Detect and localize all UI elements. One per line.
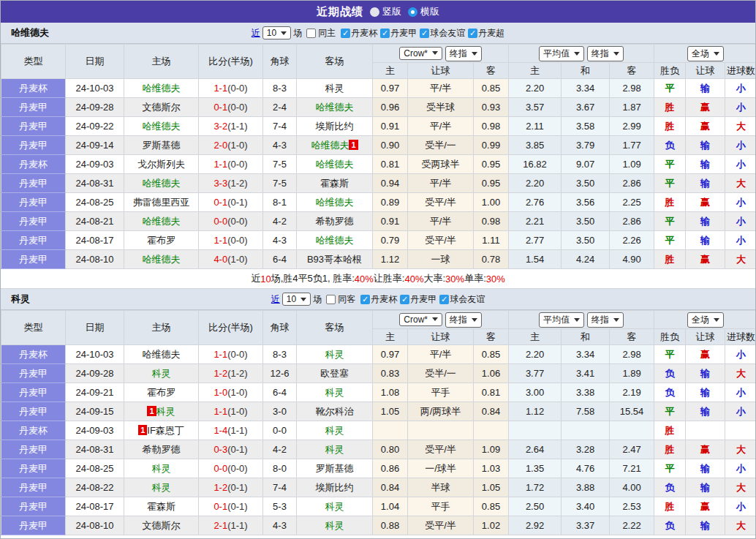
away-team-name[interactable]: 科灵 <box>325 349 344 360</box>
home-team-name[interactable]: 科灵 <box>152 463 171 474</box>
match-row: 丹麦杯24-10-03哈维德夫1-1(0-0)8-3科灵0.97平/半0.852… <box>1 79 756 98</box>
league-checkbox[interactable] <box>380 29 390 38</box>
home-team-name[interactable]: 哈维德夫 <box>143 83 181 94</box>
home-team-name[interactable]: 哈维德夫 <box>143 254 181 265</box>
home-team-name[interactable]: 哈维德夫 <box>143 178 181 189</box>
layout-option-horizontal[interactable]: 横版 <box>408 5 439 18</box>
home-team-name[interactable]: 文德斯尔 <box>143 102 181 113</box>
away-team-name[interactable]: 哈维德夫 <box>316 159 354 170</box>
odds-away-cell: 1.02 <box>474 516 509 535</box>
radio-selected-icon[interactable] <box>408 7 417 17</box>
col-avg-home: 主 <box>509 329 562 345</box>
odds-handicap-cell: 受平/半 <box>408 231 474 250</box>
odds-stage-select[interactable]: 终指 <box>445 46 482 61</box>
col-avg-draw: 和 <box>562 329 610 345</box>
summary-segment: 30% <box>445 274 464 284</box>
table-header: 类型 日期 主场 比分(半场) 角球 客场 Crow* 终指 平均值 终指 全场 <box>1 45 756 79</box>
home-team-name[interactable]: 弗雷德里西亚 <box>133 197 190 208</box>
result-goals-cell: 大 <box>725 478 756 497</box>
away-team-name[interactable]: 科灵 <box>325 444 344 455</box>
match-row: 丹麦甲24-08-31希勒罗德0-3(0-1)4-2科灵0.80受平/半1.09… <box>1 440 756 459</box>
same-venue-checkbox[interactable] <box>306 29 316 38</box>
home-team-name[interactable]: 哈维德夫 <box>143 216 181 227</box>
home-team-name[interactable]: 科灵 <box>152 482 171 493</box>
home-team-name[interactable]: 霍布罗 <box>147 387 175 398</box>
chevron-down-icon <box>714 318 719 322</box>
home-team-name[interactable]: 霍布罗 <box>147 235 175 246</box>
league-checkbox[interactable] <box>360 295 370 304</box>
away-team-name[interactable]: 科灵 <box>325 501 344 512</box>
home-team-name[interactable]: 哈维德夫 <box>143 349 181 360</box>
odds-home-cell: 0.80 <box>373 440 408 459</box>
radio-icon[interactable] <box>370 7 379 17</box>
away-team-name[interactable]: 科灵 <box>325 425 344 436</box>
home-team-cell: 霍布罗 <box>124 383 199 402</box>
col-odds-away: 客 <box>474 63 509 79</box>
away-team-name[interactable]: 希勒罗德 <box>316 216 354 227</box>
team-section-header: 哈维德夫 近 10 场 同主 丹麦杯丹麦甲球会友谊丹麦超 <box>1 23 755 44</box>
avg-select[interactable]: 平均值 <box>539 46 584 61</box>
league-checkbox[interactable] <box>439 295 449 304</box>
period-select[interactable]: 全场 <box>687 46 724 61</box>
league-checkbox[interactable] <box>341 29 350 38</box>
home-team-name[interactable]: 文德斯尔 <box>143 520 181 531</box>
same-venue-label: 同主 <box>318 27 336 39</box>
away-team-name[interactable]: 欧登塞 <box>320 368 349 379</box>
near-link[interactable]: 近 <box>271 293 280 306</box>
result-goals-cell: 小 <box>725 459 756 478</box>
league-checkbox[interactable] <box>400 295 409 304</box>
home-team-name[interactable]: 罗斯基德 <box>143 140 181 151</box>
home-team-name[interactable]: 哈维德夫 <box>143 121 181 132</box>
away-team-name[interactable]: 哈维德夫 <box>316 235 354 246</box>
home-team-name[interactable]: 霍森斯 <box>147 501 175 512</box>
away-team-name[interactable]: 哈维德夫 <box>316 102 354 113</box>
result-goals-cell: 大 <box>725 117 756 136</box>
odds-handicap-cell: 平/半 <box>408 174 474 193</box>
home-team-name[interactable]: 戈尔斯列夫 <box>137 159 185 170</box>
away-team-name[interactable]: 哈维德夫 <box>311 140 349 151</box>
date-cell: 24-08-10 <box>66 516 124 535</box>
league-type-cell: 丹麦甲 <box>1 516 66 535</box>
halftime-score: (1-2) <box>227 178 247 189</box>
away-team-name[interactable]: B93哥本哈根 <box>307 254 362 265</box>
avg-select[interactable]: 平均值 <box>539 312 584 328</box>
away-team-name[interactable]: 罗斯基德 <box>316 463 354 474</box>
league-type-cell: 丹麦杯 <box>1 155 66 174</box>
odds-home-cell: 0.96 <box>373 98 408 117</box>
away-team-name[interactable]: 霍森斯 <box>320 178 349 189</box>
near-link[interactable]: 近 <box>252 27 260 39</box>
avg-stage-select[interactable]: 终指 <box>587 312 624 328</box>
away-team-name[interactable]: 埃斯比约 <box>316 121 354 132</box>
away-team-cell: 霍森斯 <box>297 174 373 193</box>
odds-handicap-cell: 受平/半 <box>408 193 474 212</box>
corner-cell: 7-5 <box>263 174 297 193</box>
avg-away-cell: 1.09 <box>610 155 654 174</box>
match-row: 丹麦甲24-09-22哈维德夫3-2(1-1)7-4埃斯比约0.91平/半0.9… <box>1 117 756 136</box>
away-team-name[interactable]: 靴尔科治 <box>316 406 354 417</box>
league-checkbox[interactable] <box>420 29 429 38</box>
layout-option-vertical[interactable]: 竖版 <box>370 5 401 18</box>
match-count-select[interactable]: 10 <box>282 293 311 306</box>
result-handicap-cell: 输 <box>686 364 725 383</box>
odds-stage-select[interactable]: 终指 <box>445 312 482 328</box>
col-date: 日期 <box>66 45 124 79</box>
bookmaker-select[interactable]: Crow* <box>399 313 442 326</box>
away-team-name[interactable]: 科灵 <box>325 387 344 398</box>
away-team-name[interactable]: 科灵 <box>325 83 344 94</box>
same-venue-checkbox[interactable] <box>326 295 336 304</box>
away-team-name[interactable]: 埃斯比约 <box>316 482 354 493</box>
fulltime-score: 2-1 <box>213 520 227 531</box>
home-team-name[interactable]: 科灵 <box>152 368 171 379</box>
league-checkbox[interactable] <box>468 29 477 38</box>
home-team-name[interactable]: 希勒罗德 <box>143 444 181 455</box>
avg-stage-select[interactable]: 终指 <box>587 46 624 61</box>
match-count-select[interactable]: 10 <box>262 26 291 39</box>
period-select[interactable]: 全场 <box>687 312 724 328</box>
home-team-name[interactable]: IF森恩丁 <box>147 425 184 436</box>
away-team-name[interactable]: 哈维德夫 <box>316 197 354 208</box>
home-team-name[interactable]: 科灵 <box>156 406 175 417</box>
away-team-name[interactable]: 科灵 <box>325 520 344 531</box>
col-odds-away: 客 <box>474 329 509 345</box>
bookmaker-select[interactable]: Crow* <box>399 47 442 60</box>
result-outcome-cell: 胜 <box>654 193 686 212</box>
